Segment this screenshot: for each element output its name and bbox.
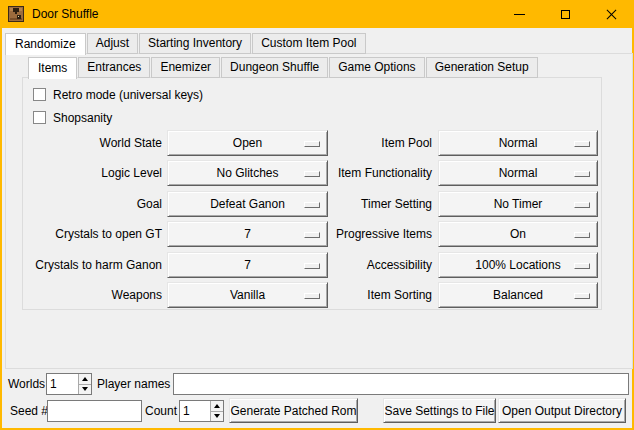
item-functionality-label: Item Functionality (322, 160, 432, 186)
crystals-ganon-label: Crystals to harm Ganon (17, 252, 162, 278)
timer-setting-dropdown[interactable]: No Timer (438, 191, 598, 217)
app-window: Door Shuffle Randomize Adjust Starting I… (0, 0, 634, 430)
arrow-down-icon (214, 414, 220, 418)
tab-entrances[interactable]: Entrances (78, 57, 150, 78)
tab-enemizer[interactable]: Enemizer (151, 57, 220, 78)
shopsanity-checkbox[interactable] (33, 111, 46, 124)
menu-indicator-bar (574, 141, 590, 147)
tab-items[interactable]: Items (28, 57, 77, 79)
timer-setting-label: Timer Setting (322, 191, 432, 217)
main-tab-bar: Randomize Adjust Starting Inventory Cust… (5, 31, 367, 54)
crystals-gt-dropdown[interactable]: 7 (167, 221, 328, 247)
minimize-icon (514, 14, 525, 15)
logic-level-label: Logic Level (17, 160, 162, 186)
menu-indicator-bar (304, 171, 320, 177)
shopsanity-label: Shopsanity (53, 111, 112, 125)
menu-indicator-bar (574, 232, 590, 238)
close-button[interactable] (588, 0, 634, 28)
menu-indicator-bar (574, 263, 590, 269)
generate-patched-rom-button[interactable]: Generate Patched Rom (229, 398, 358, 423)
menu-indicator-bar (304, 232, 320, 238)
item-functionality-dropdown[interactable]: Normal (438, 160, 598, 186)
tab-adjust[interactable]: Adjust (87, 33, 138, 54)
treasure-chest-icon (8, 6, 24, 22)
tab-dungeon-shuffle[interactable]: Dungeon Shuffle (221, 57, 328, 78)
menu-indicator-bar (304, 293, 320, 299)
progressive-items-label: Progressive Items (322, 221, 432, 247)
world-state-dropdown[interactable]: Open (167, 130, 328, 156)
item-pool-dropdown[interactable]: Normal (438, 130, 598, 156)
retro-mode-checkbox[interactable] (33, 88, 46, 101)
crystals-ganon-dropdown[interactable]: 7 (167, 252, 328, 278)
seed-input[interactable] (47, 400, 142, 422)
menu-indicator-bar (574, 202, 590, 208)
player-names-label: Player names (97, 373, 170, 395)
tab-starting-inventory[interactable]: Starting Inventory (139, 33, 251, 54)
sub-tab-bar: Items Entrances Enemizer Dungeon Shuffle… (28, 56, 539, 78)
save-settings-button[interactable]: Save Settings to File (383, 398, 496, 423)
accessibility-label: Accessibility (322, 252, 432, 278)
arrow-up-icon (82, 377, 88, 381)
weapons-dropdown[interactable]: Vanilla (167, 282, 328, 308)
tab-generation-setup[interactable]: Generation Setup (426, 57, 538, 78)
tab-custom-item-pool[interactable]: Custom Item Pool (252, 33, 365, 54)
menu-indicator-bar (304, 141, 320, 147)
worlds-input[interactable] (47, 374, 78, 394)
window-controls (496, 0, 634, 28)
player-names-input[interactable] (173, 373, 629, 395)
goal-dropdown[interactable]: Defeat Ganon (167, 191, 328, 217)
count-down-button[interactable] (211, 411, 223, 422)
worlds-up-button[interactable] (79, 374, 91, 384)
window-title: Door Shuffle (32, 7, 99, 21)
worlds-down-button[interactable] (79, 384, 91, 395)
world-state-label: World State (17, 130, 162, 156)
retro-mode-label: Retro mode (universal keys) (53, 88, 203, 102)
close-icon (606, 9, 617, 20)
crystals-gt-label: Crystals to open GT (17, 221, 162, 247)
tab-randomize[interactable]: Randomize (5, 33, 86, 55)
menu-indicator-bar (574, 293, 590, 299)
menu-indicator-bar (574, 171, 590, 177)
accessibility-dropdown[interactable]: 100% Locations (438, 252, 598, 278)
logic-level-dropdown[interactable]: No Glitches (167, 160, 328, 186)
seed-label: Seed # (10, 400, 48, 422)
count-up-button[interactable] (211, 401, 223, 411)
open-output-directory-button[interactable]: Open Output Directory (498, 398, 626, 423)
weapons-label: Weapons (17, 282, 162, 308)
item-sorting-label: Item Sorting (322, 282, 432, 308)
tab-game-options[interactable]: Game Options (329, 57, 424, 78)
shopsanity-row: Shopsanity (33, 110, 112, 125)
retro-mode-row: Retro mode (universal keys) (33, 87, 203, 102)
worlds-label: Worlds (8, 373, 45, 395)
count-input[interactable] (180, 401, 210, 421)
menu-indicator-bar (304, 263, 320, 269)
item-sorting-dropdown[interactable]: Balanced (438, 282, 598, 308)
worlds-spinner (46, 373, 92, 395)
maximize-button[interactable] (542, 0, 588, 28)
arrow-down-icon (82, 387, 88, 391)
minimize-button[interactable] (496, 0, 542, 28)
item-pool-label: Item Pool (322, 130, 432, 156)
arrow-up-icon (214, 404, 220, 408)
count-label: Count (145, 400, 177, 422)
maximize-icon (561, 10, 570, 19)
menu-indicator-bar (304, 202, 320, 208)
titlebar: Door Shuffle (0, 0, 634, 28)
count-spinner (179, 400, 224, 422)
goal-label: Goal (17, 191, 162, 217)
progressive-items-dropdown[interactable]: On (438, 221, 598, 247)
